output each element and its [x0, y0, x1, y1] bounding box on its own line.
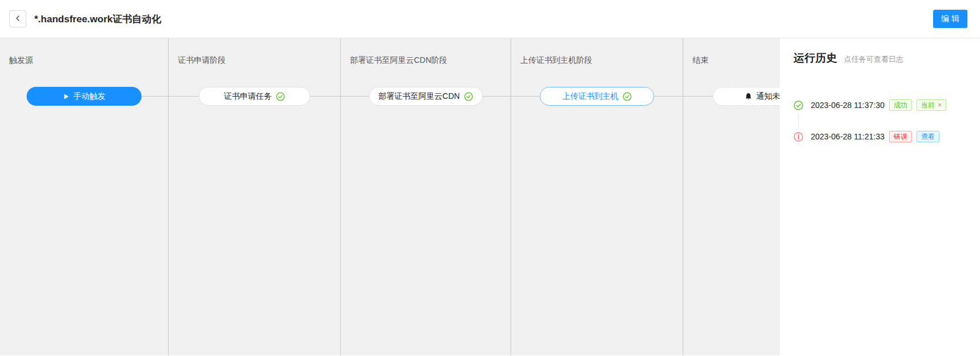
bell-icon	[744, 93, 752, 100]
stage-label: 上传证书到主机阶段	[520, 55, 683, 66]
run-history-header: 运行历史 点任务可查看日志	[794, 51, 973, 66]
stage-label: 部署证书至阿里云CDN阶段	[350, 55, 511, 66]
stage-cert-request: 证书申请阶段 证书申请任务	[169, 38, 341, 355]
success-icon	[794, 101, 803, 110]
run-history-panel: 运行历史 点任务可查看日志 2023-06-28 11:37:30 成功 当前 …	[780, 38, 980, 355]
run-history-timeline: 2023-06-28 11:37:30 成功 当前 × 2023-06-2	[794, 99, 973, 143]
back-button[interactable]	[9, 10, 26, 27]
app-window: *.handsfree.work证书自动化 编 辑 触发源 手动触发 证书申请阶…	[0, 0, 980, 356]
page-title: *.handsfree.work证书自动化	[34, 13, 933, 26]
stage-upload-host: 上传证书到主机阶段 上传证书到主机	[511, 38, 683, 355]
node-cert-request-task[interactable]: 证书申请任务	[199, 87, 310, 106]
play-icon	[63, 93, 70, 100]
header: *.handsfree.work证书自动化 编 辑	[0, 0, 980, 38]
check-circle-icon	[464, 92, 473, 101]
pipeline-canvas: 触发源 手动触发 证书申请阶段 证书申请任务	[0, 38, 780, 355]
node-label: 上传证书到主机	[563, 91, 619, 102]
history-entry[interactable]: 2023-06-28 11:37:30 成功 当前 ×	[794, 99, 973, 111]
check-circle-icon	[276, 92, 285, 101]
stage-trigger-source: 触发源 手动触发	[0, 38, 169, 355]
timeline-connector	[798, 114, 799, 128]
view-log-button[interactable]: 查看	[917, 131, 939, 142]
history-entry[interactable]: 2023-06-28 11:21:33 错误 查看	[794, 130, 973, 143]
node-label: 通知未设置	[756, 91, 780, 102]
stage-label: 触发源	[9, 55, 168, 66]
run-history-title: 运行历史	[794, 51, 837, 66]
run-history-hint: 点任务可查看日志	[844, 54, 903, 65]
stage-label: 证书申请阶段	[178, 55, 340, 66]
status-badge-error: 错误	[889, 131, 912, 142]
node-notification[interactable]: 通知未设置	[713, 87, 780, 106]
close-icon[interactable]: ×	[938, 100, 942, 110]
stage-end: 结束 通知未设置	[683, 38, 780, 355]
run-timestamp: 2023-06-28 11:21:33	[811, 132, 885, 141]
stage-deploy-cdn: 部署证书至阿里云CDN阶段 部署证书至阿里云CDN	[341, 38, 511, 355]
run-timestamp: 2023-06-28 11:37:30	[811, 101, 885, 110]
node-manual-trigger[interactable]: 手动触发	[27, 87, 142, 106]
node-label: 证书申请任务	[224, 91, 272, 102]
current-run-badge: 当前 ×	[917, 99, 946, 111]
error-icon	[794, 132, 803, 142]
node-label: 手动触发	[74, 91, 106, 102]
edit-button[interactable]: 编 辑	[933, 10, 967, 28]
status-badge-success: 成功	[889, 99, 912, 111]
node-upload-host-task[interactable]: 上传证书到主机	[540, 87, 654, 106]
check-circle-icon	[623, 92, 632, 101]
chevron-left-icon	[14, 14, 22, 24]
stage-label: 结束	[692, 55, 780, 66]
node-deploy-cdn-task[interactable]: 部署证书至阿里云CDN	[369, 87, 483, 106]
node-label: 部署证书至阿里云CDN	[379, 91, 460, 102]
